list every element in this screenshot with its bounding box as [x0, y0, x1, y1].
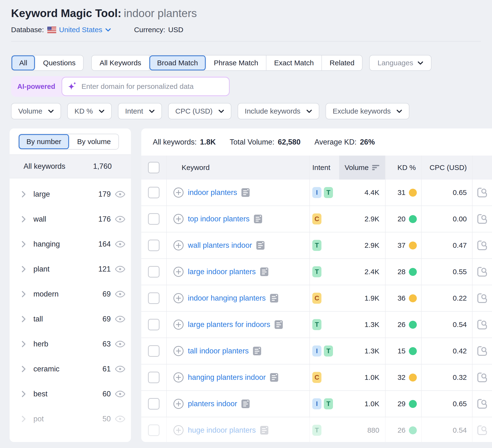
serp-magnifier-icon[interactable] — [477, 398, 488, 409]
column-header-intent[interactable]: Intent — [312, 163, 330, 172]
keyword-link[interactable]: large planters for indoors — [188, 320, 270, 329]
plus-circle-icon[interactable] — [173, 266, 184, 277]
plus-circle-icon[interactable] — [173, 187, 184, 198]
column-header-kd[interactable]: KD % — [397, 163, 416, 172]
domain-input[interactable] — [81, 82, 224, 91]
keyword-link[interactable]: planters indoor — [188, 399, 237, 408]
serp-magnifier-icon[interactable] — [477, 346, 488, 357]
chevron-right-icon — [22, 191, 26, 198]
filter-kd[interactable]: KD % — [67, 103, 112, 119]
sidebar-group-item-ceramic[interactable]: ceramic 61 — [10, 357, 131, 381]
tab-all-keywords[interactable]: All Keywords — [92, 55, 149, 70]
plus-circle-icon[interactable] — [173, 293, 184, 304]
row-checkbox[interactable] — [148, 345, 160, 357]
intent-badge-t: T — [312, 240, 321, 251]
sidebar-group-item-modern[interactable]: modern 69 — [10, 282, 131, 307]
tab-phrase-match[interactable]: Phrase Match — [206, 55, 266, 70]
serp-features-icon[interactable] — [269, 372, 279, 382]
filter-include-keywords[interactable]: Include keywords — [238, 103, 319, 119]
keyword-link[interactable]: tall indoor planters — [188, 347, 249, 355]
sidebar-group-item-plant[interactable]: plant 121 — [10, 257, 131, 282]
row-checkbox[interactable] — [148, 292, 160, 304]
row-checkbox[interactable] — [148, 398, 160, 409]
intent-badge-c: C — [312, 213, 321, 224]
plus-circle-icon[interactable] — [173, 240, 184, 251]
filter-intent[interactable]: Intent — [118, 103, 162, 119]
serp-magnifier-icon[interactable] — [477, 293, 488, 304]
column-header-keyword[interactable]: Keyword — [182, 163, 210, 172]
sidebar-group-item-herb[interactable]: herb 63 — [10, 332, 131, 357]
eye-icon[interactable] — [115, 290, 126, 298]
plus-circle-icon[interactable] — [173, 213, 184, 224]
eye-icon[interactable] — [115, 191, 126, 198]
volume-cell: 1.0K — [339, 391, 386, 417]
sidebar-group-item-best[interactable]: best 60 — [10, 381, 131, 407]
filter-volume[interactable]: Volume — [11, 103, 61, 119]
row-checkbox[interactable] — [148, 239, 160, 251]
serp-features-icon[interactable] — [260, 267, 269, 277]
eye-icon[interactable] — [115, 240, 126, 248]
tab-related[interactable]: Related — [322, 55, 362, 70]
filter-exclude-keywords[interactable]: Exclude keywords — [326, 103, 410, 119]
row-checkbox[interactable] — [148, 187, 160, 198]
eye-icon[interactable] — [115, 415, 126, 423]
serp-features-icon[interactable] — [274, 319, 283, 330]
eye-icon[interactable] — [115, 316, 126, 323]
row-checkbox[interactable] — [148, 319, 160, 330]
sidebar-group-item-wall[interactable]: wall 176 — [10, 207, 131, 232]
row-checkbox[interactable] — [148, 266, 160, 278]
sidebar-group-item-hanging[interactable]: hanging 164 — [10, 232, 131, 257]
serp-features-icon[interactable] — [253, 346, 262, 356]
row-checkbox[interactable] — [148, 213, 160, 225]
serp-features-icon[interactable] — [241, 188, 250, 198]
eye-icon[interactable] — [115, 216, 126, 223]
tab-broad-match[interactable]: Broad Match — [149, 55, 206, 70]
keyword-link[interactable]: indoor hanging planters — [188, 294, 266, 302]
serp-features-icon[interactable] — [256, 240, 265, 250]
eye-icon[interactable] — [115, 340, 126, 348]
filter-cpc-usd[interactable]: CPC (USD) — [168, 103, 231, 119]
serp-magnifier-icon[interactable] — [477, 187, 488, 198]
toggle-by-number[interactable]: By number — [19, 134, 69, 149]
column-header-cpc[interactable]: CPC (USD) — [430, 163, 467, 172]
eye-icon[interactable] — [115, 365, 126, 373]
plus-circle-icon[interactable] — [173, 346, 184, 357]
keyword-link[interactable]: top indoor planters — [188, 215, 250, 223]
tab-exact-match[interactable]: Exact Match — [266, 55, 322, 70]
select-all-checkbox[interactable] — [148, 162, 160, 173]
row-checkbox[interactable] — [148, 372, 160, 383]
tab-questions[interactable]: Questions — [35, 55, 83, 70]
sidebar-all-keywords-row[interactable]: All keywords 1,760 — [10, 154, 131, 178]
keyword-magic-tool-page: Keyword Magic Tool:indoor planters Datab… — [0, 0, 492, 448]
keyword-link[interactable]: wall planters indoor — [188, 241, 252, 250]
plus-circle-icon[interactable] — [173, 398, 184, 409]
plus-circle-icon[interactable] — [173, 372, 184, 383]
column-header-volume[interactable]: Volume — [345, 163, 369, 172]
serp-features-icon[interactable] — [260, 425, 269, 435]
keyword-link[interactable]: large indoor planters — [188, 268, 256, 276]
serp-magnifier-icon[interactable] — [477, 425, 488, 436]
serp-magnifier-icon[interactable] — [477, 213, 488, 224]
serp-features-icon[interactable] — [269, 293, 279, 303]
sidebar-group-item-tall[interactable]: tall 69 — [10, 307, 131, 332]
serp-features-icon[interactable] — [241, 399, 250, 409]
serp-magnifier-icon[interactable] — [477, 266, 488, 277]
keyword-link[interactable]: indoor planters — [188, 188, 237, 197]
tab-all[interactable]: All — [11, 55, 35, 70]
keyword-link[interactable]: hanging planters indoor — [188, 373, 266, 382]
plus-circle-icon[interactable] — [173, 425, 184, 436]
languages-dropdown[interactable]: Languages — [369, 55, 431, 71]
serp-features-icon[interactable] — [254, 214, 263, 224]
eye-icon[interactable] — [115, 266, 126, 273]
plus-circle-icon[interactable] — [173, 319, 184, 330]
keyword-link[interactable]: huge indoor planters — [188, 426, 256, 435]
toggle-by-volume[interactable]: By volume — [69, 134, 118, 149]
serp-magnifier-icon[interactable] — [477, 240, 488, 251]
sidebar-group-item-pot[interactable]: pot 50 — [10, 407, 131, 431]
database-selector[interactable]: United States — [59, 26, 111, 34]
eye-icon[interactable] — [115, 390, 126, 398]
serp-magnifier-icon[interactable] — [477, 372, 488, 383]
serp-magnifier-icon[interactable] — [477, 319, 488, 330]
sidebar-group-item-large[interactable]: large 179 — [10, 182, 131, 207]
row-checkbox[interactable] — [148, 425, 160, 436]
